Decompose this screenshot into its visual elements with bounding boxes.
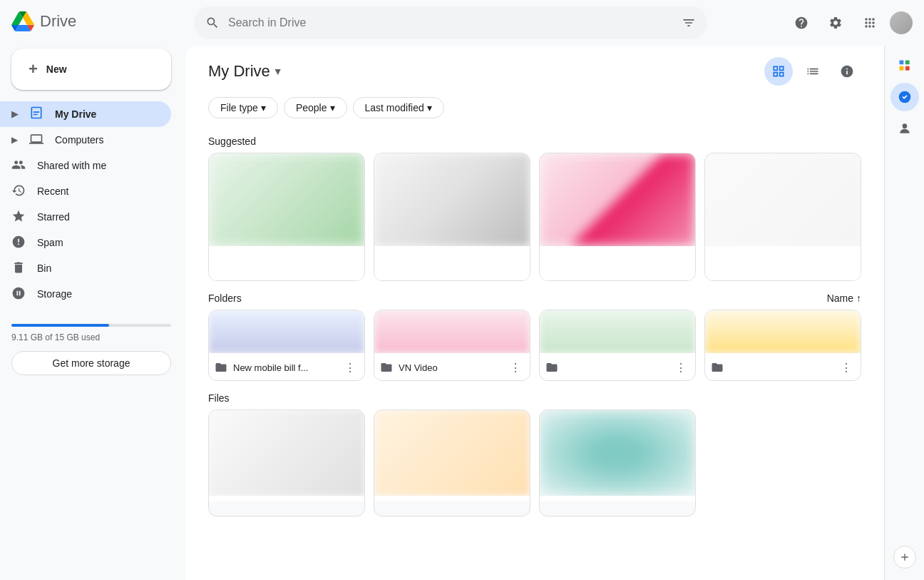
file-thumb-3	[540, 410, 695, 496]
list-view-icon	[806, 64, 820, 78]
last-modified-filter[interactable]: Last modified ▾	[353, 97, 444, 118]
sidebar-item-storage[interactable]: Storage	[0, 281, 171, 307]
folder-card-2[interactable]: VN Video ⋮	[374, 310, 530, 381]
sidebar-item-label-shared: Shared with me	[37, 160, 106, 171]
suggested-section-header: Suggested	[197, 124, 873, 153]
get-more-storage-button[interactable]: Get more storage	[11, 351, 171, 375]
my-drive-icon	[29, 106, 43, 123]
bin-icon	[11, 260, 26, 277]
apps-button[interactable]	[856, 9, 884, 37]
svg-point-5	[902, 123, 907, 128]
file-card-2[interactable]	[374, 409, 530, 517]
folder-menu-3[interactable]: ⋮	[672, 358, 689, 377]
file-type-label: File type	[220, 102, 258, 113]
computers-expand-arrow: ▶	[11, 135, 18, 145]
svg-rect-3	[905, 66, 909, 71]
chevron-down-icon: ▼	[273, 66, 283, 77]
folder-card-4[interactable]: ⋮	[704, 310, 861, 381]
sidebar-item-starred[interactable]: Starred	[0, 204, 171, 230]
info-icon	[840, 64, 854, 78]
sidebar-item-computers[interactable]: ▶ Computers	[0, 127, 171, 153]
people-label: People	[296, 102, 327, 113]
suggested-card-1[interactable]	[208, 153, 365, 281]
file-type-filter[interactable]: File type ▾	[208, 97, 278, 118]
calendar-button[interactable]	[890, 51, 919, 80]
folder-icon-1	[215, 361, 227, 374]
storage-section: 9.11 GB of 15 GB used Get more storage	[11, 318, 171, 375]
sidebar-item-spam[interactable]: Spam	[0, 230, 171, 255]
drive-header-icons	[764, 57, 861, 86]
drive-title-text: My Drive	[208, 62, 270, 81]
grid-view-button[interactable]	[764, 57, 793, 86]
computers-icon	[29, 132, 43, 148]
file-card-1[interactable]	[208, 409, 365, 517]
plus-icon: +	[29, 60, 38, 78]
suggested-card-4[interactable]	[704, 153, 861, 281]
apps-icon	[863, 16, 877, 30]
name-sort-button[interactable]: Name ↑	[827, 292, 861, 304]
file-blur-2	[374, 410, 530, 496]
sidebar-item-my-drive[interactable]: ▶ My Drive	[0, 101, 171, 127]
folder-menu-2[interactable]: ⋮	[507, 358, 524, 377]
sidebar-item-bin[interactable]: Bin	[0, 255, 171, 281]
folder-blur-4	[705, 310, 861, 353]
search-icon	[205, 16, 220, 30]
thumb-img-4	[705, 153, 861, 246]
folder-menu-4[interactable]: ⋮	[838, 358, 855, 377]
folder-card-1[interactable]: New mobile bill f... ⋮	[208, 310, 365, 381]
sidebar-item-label-starred: Starred	[37, 211, 70, 223]
people-chevron: ▾	[330, 102, 335, 113]
storage-text: 9.11 GB of 15 GB used	[11, 332, 171, 342]
thumb-blur-2	[374, 153, 530, 246]
folder-info-4	[711, 361, 724, 374]
folder-blur-3	[540, 310, 695, 353]
topbar	[183, 0, 924, 46]
storage-bar-background	[11, 324, 171, 327]
folder-icon-4	[711, 361, 724, 374]
grid-view-icon	[771, 64, 786, 78]
drive-logo: Drive	[0, 6, 183, 37]
right-add-button[interactable]	[893, 546, 916, 569]
file-type-chevron: ▾	[261, 102, 266, 113]
thumb-img-3	[540, 153, 695, 246]
folder-name-2: VN Video	[399, 362, 438, 373]
thumb-img-2	[374, 153, 530, 246]
search-box[interactable]	[194, 6, 707, 39]
folders-section-label: Folders	[208, 292, 242, 304]
spam-icon	[11, 235, 26, 251]
filter-search-icon[interactable]	[682, 16, 696, 30]
sidebar: Drive + New ▶ My Drive ▶ Computers Share…	[0, 0, 183, 580]
sidebar-item-shared-with-me[interactable]: Shared with me	[0, 153, 171, 178]
file-card-3[interactable]	[539, 409, 696, 517]
sidebar-item-label-storage: Storage	[37, 288, 72, 300]
contacts-button[interactable]	[890, 114, 919, 143]
info-button[interactable]	[833, 57, 861, 86]
folders-grid: New mobile bill f... ⋮ VN	[197, 310, 873, 381]
main-wrapper: My Drive ▼	[183, 0, 924, 580]
people-filter[interactable]: People ▾	[284, 97, 347, 118]
calendar-icon	[898, 58, 912, 73]
tasks-icon	[898, 90, 912, 104]
drive-title[interactable]: My Drive ▼	[208, 62, 283, 81]
thumb-img-1	[209, 153, 364, 246]
search-input[interactable]	[228, 16, 673, 29]
right-sidebar	[884, 46, 924, 580]
file-blur-3	[540, 410, 695, 496]
settings-button[interactable]	[821, 9, 850, 37]
filters: File type ▾ People ▾ Last modified ▾	[197, 91, 873, 124]
folder-card-3[interactable]: ⋮	[539, 310, 696, 381]
suggested-card-2[interactable]	[374, 153, 530, 281]
suggested-card-3[interactable]	[539, 153, 696, 281]
tasks-button[interactable]	[890, 83, 919, 111]
file-footer-2	[374, 496, 530, 502]
new-button[interactable]: + New	[11, 49, 171, 90]
folder-menu-1[interactable]: ⋮	[342, 358, 359, 377]
file-footer-1	[209, 496, 364, 502]
sidebar-item-recent[interactable]: Recent	[0, 178, 171, 204]
new-button-label: New	[46, 63, 67, 75]
avatar[interactable]	[890, 11, 913, 34]
svg-rect-0	[899, 61, 903, 65]
list-view-button[interactable]	[799, 57, 827, 86]
sort-name-label: Name	[827, 292, 853, 304]
help-button[interactable]	[787, 9, 816, 37]
